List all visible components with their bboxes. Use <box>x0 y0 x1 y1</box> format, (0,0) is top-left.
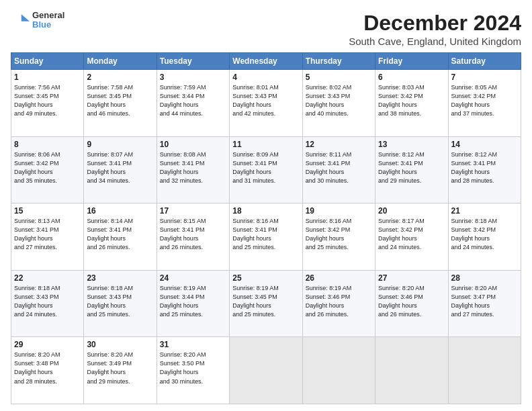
day-number: 4 <box>232 73 299 82</box>
calendar-cell: 7 Sunrise: 8:05 AMSunset: 3:42 PMDayligh… <box>448 70 521 137</box>
day-number: 3 <box>160 73 226 82</box>
calendar-cell: 31 Sunrise: 8:20 AMSunset: 3:50 PMDaylig… <box>157 337 229 404</box>
calendar-cell: 19 Sunrise: 8:16 AMSunset: 3:42 PMDaylig… <box>302 203 375 271</box>
page-title: December 2024 <box>349 11 521 36</box>
header-saturday: Saturday <box>448 53 521 70</box>
day-number: 24 <box>160 273 226 283</box>
calendar-cell <box>448 337 521 404</box>
day-number: 8 <box>14 140 81 149</box>
calendar-cell: 23 Sunrise: 8:18 AMSunset: 3:43 PMDaylig… <box>84 270 157 337</box>
day-info: Sunrise: 8:19 AMSunset: 3:45 PMDaylight … <box>232 285 279 318</box>
calendar-cell: 29 Sunrise: 8:20 AMSunset: 3:48 PMDaylig… <box>11 337 84 404</box>
day-number: 31 <box>160 340 226 349</box>
header-tuesday: Tuesday <box>157 53 229 70</box>
calendar-cell: 1 Sunrise: 7:56 AMSunset: 3:45 PMDayligh… <box>11 70 84 137</box>
calendar-cell: 13 Sunrise: 8:12 AMSunset: 3:41 PMDaylig… <box>375 136 448 203</box>
day-info: Sunrise: 8:19 AMSunset: 3:44 PMDaylight … <box>160 285 206 318</box>
day-info: Sunrise: 8:18 AMSunset: 3:43 PMDaylight … <box>87 285 133 318</box>
day-number: 6 <box>378 73 445 82</box>
day-info: Sunrise: 8:17 AMSunset: 3:42 PMDaylight … <box>378 218 425 250</box>
day-number: 19 <box>306 206 372 216</box>
day-info: Sunrise: 8:16 AMSunset: 3:42 PMDaylight … <box>306 218 352 250</box>
calendar-cell: 22 Sunrise: 8:18 AMSunset: 3:43 PMDaylig… <box>11 270 84 337</box>
day-number: 21 <box>451 206 518 216</box>
day-number: 12 <box>306 140 372 149</box>
day-info: Sunrise: 8:20 AMSunset: 3:47 PMDaylight … <box>451 285 498 318</box>
day-info: Sunrise: 8:18 AMSunset: 3:43 PMDaylight … <box>14 285 60 318</box>
day-number: 28 <box>451 273 518 283</box>
calendar-cell: 14 Sunrise: 8:12 AMSunset: 3:41 PMDaylig… <box>448 136 521 203</box>
day-number: 2 <box>87 73 153 82</box>
day-number: 15 <box>14 206 81 216</box>
header: General Blue December 2024 South Cave, E… <box>11 11 521 47</box>
day-number: 5 <box>306 73 372 82</box>
day-info: Sunrise: 8:11 AMSunset: 3:41 PMDaylight … <box>306 151 352 184</box>
day-info: Sunrise: 8:02 AMSunset: 3:43 PMDaylight … <box>306 84 352 117</box>
calendar-cell <box>375 337 448 404</box>
calendar-cell: 6 Sunrise: 8:03 AMSunset: 3:42 PMDayligh… <box>375 70 448 137</box>
day-number: 14 <box>451 140 518 149</box>
header-friday: Friday <box>375 53 448 70</box>
calendar-cell: 17 Sunrise: 8:15 AMSunset: 3:41 PMDaylig… <box>157 203 229 271</box>
calendar-cell: 20 Sunrise: 8:17 AMSunset: 3:42 PMDaylig… <box>375 203 448 271</box>
header-thursday: Thursday <box>302 53 375 70</box>
day-info: Sunrise: 8:09 AMSunset: 3:41 PMDaylight … <box>232 151 279 184</box>
day-number: 10 <box>160 140 226 149</box>
calendar-cell: 9 Sunrise: 8:07 AMSunset: 3:41 PMDayligh… <box>84 136 157 203</box>
logo: General Blue <box>11 11 64 30</box>
calendar-week-3: 15 Sunrise: 8:13 AMSunset: 3:41 PMDaylig… <box>11 203 521 271</box>
day-info: Sunrise: 8:03 AMSunset: 3:42 PMDaylight … <box>378 84 425 117</box>
day-number: 9 <box>87 140 153 149</box>
logo-icon <box>11 11 30 30</box>
calendar-cell <box>230 337 302 404</box>
logo-general: General <box>32 11 64 20</box>
day-info: Sunrise: 8:12 AMSunset: 3:41 PMDaylight … <box>451 151 498 184</box>
day-info: Sunrise: 8:16 AMSunset: 3:41 PMDaylight … <box>232 218 279 250</box>
day-info: Sunrise: 7:56 AMSunset: 3:45 PMDaylight … <box>14 84 60 117</box>
calendar-cell: 4 Sunrise: 8:01 AMSunset: 3:43 PMDayligh… <box>230 70 302 137</box>
calendar-cell: 15 Sunrise: 8:13 AMSunset: 3:41 PMDaylig… <box>11 203 84 271</box>
day-info: Sunrise: 8:20 AMSunset: 3:50 PMDaylight … <box>160 351 206 384</box>
calendar-cell: 30 Sunrise: 8:20 AMSunset: 3:49 PMDaylig… <box>84 337 157 404</box>
day-info: Sunrise: 8:07 AMSunset: 3:41 PMDaylight … <box>87 151 133 184</box>
page-subtitle: South Cave, England, United Kingdom <box>349 36 521 47</box>
day-info: Sunrise: 7:59 AMSunset: 3:44 PMDaylight … <box>160 84 206 117</box>
day-number: 16 <box>87 206 153 216</box>
title-block: December 2024 South Cave, England, Unite… <box>349 11 521 47</box>
day-info: Sunrise: 7:58 AMSunset: 3:45 PMDaylight … <box>87 84 133 117</box>
calendar-cell: 11 Sunrise: 8:09 AMSunset: 3:41 PMDaylig… <box>230 136 302 203</box>
day-number: 29 <box>14 340 81 349</box>
day-info: Sunrise: 8:20 AMSunset: 3:49 PMDaylight … <box>87 351 133 384</box>
calendar-week-2: 8 Sunrise: 8:06 AMSunset: 3:42 PMDayligh… <box>11 136 521 203</box>
day-number: 1 <box>14 73 81 82</box>
day-number: 22 <box>14 273 81 283</box>
day-number: 20 <box>378 206 445 216</box>
page: General Blue December 2024 South Cave, E… <box>0 0 532 411</box>
day-number: 27 <box>378 273 445 283</box>
calendar-cell: 26 Sunrise: 8:19 AMSunset: 3:46 PMDaylig… <box>302 270 375 337</box>
header-sunday: Sunday <box>11 53 84 70</box>
calendar-cell: 24 Sunrise: 8:19 AMSunset: 3:44 PMDaylig… <box>157 270 229 337</box>
calendar-week-5: 29 Sunrise: 8:20 AMSunset: 3:48 PMDaylig… <box>11 337 521 404</box>
calendar-cell: 2 Sunrise: 7:58 AMSunset: 3:45 PMDayligh… <box>84 70 157 137</box>
calendar-header-row: SundayMondayTuesdayWednesdayThursdayFrid… <box>11 53 521 70</box>
calendar-cell: 25 Sunrise: 8:19 AMSunset: 3:45 PMDaylig… <box>230 270 302 337</box>
calendar-cell: 5 Sunrise: 8:02 AMSunset: 3:43 PMDayligh… <box>302 70 375 137</box>
day-info: Sunrise: 8:20 AMSunset: 3:46 PMDaylight … <box>378 285 425 318</box>
day-number: 25 <box>232 273 299 283</box>
calendar-cell: 12 Sunrise: 8:11 AMSunset: 3:41 PMDaylig… <box>302 136 375 203</box>
day-info: Sunrise: 8:06 AMSunset: 3:42 PMDaylight … <box>14 151 60 184</box>
calendar-cell: 3 Sunrise: 7:59 AMSunset: 3:44 PMDayligh… <box>157 70 229 137</box>
day-number: 7 <box>451 73 518 82</box>
day-number: 11 <box>232 140 299 149</box>
calendar-cell: 18 Sunrise: 8:16 AMSunset: 3:41 PMDaylig… <box>230 203 302 271</box>
calendar-cell: 21 Sunrise: 8:18 AMSunset: 3:42 PMDaylig… <box>448 203 521 271</box>
calendar-cell <box>302 337 375 404</box>
day-info: Sunrise: 8:15 AMSunset: 3:41 PMDaylight … <box>160 218 206 250</box>
day-info: Sunrise: 8:05 AMSunset: 3:42 PMDaylight … <box>451 84 498 117</box>
calendar-cell: 8 Sunrise: 8:06 AMSunset: 3:42 PMDayligh… <box>11 136 84 203</box>
day-number: 30 <box>87 340 153 349</box>
calendar-cell: 27 Sunrise: 8:20 AMSunset: 3:46 PMDaylig… <box>375 270 448 337</box>
day-info: Sunrise: 8:13 AMSunset: 3:41 PMDaylight … <box>14 218 60 250</box>
logo-text: General Blue <box>32 11 64 30</box>
